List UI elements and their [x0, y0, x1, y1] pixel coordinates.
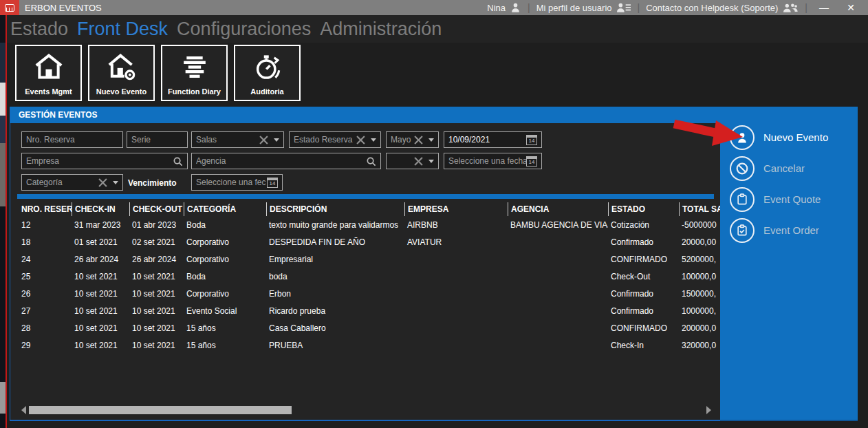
scroll-left-icon[interactable] [21, 406, 26, 414]
column-header[interactable]: AGENCIA [508, 202, 608, 216]
empty-dropdown[interactable] [386, 153, 439, 169]
table-cell: DESPEDIDA FIN DE AÑO [266, 234, 404, 251]
table-cell: 10 set 2021 [129, 286, 184, 303]
helpdesk-link[interactable]: Contacto con Helpdesk (Soporte) [646, 2, 799, 13]
calendar-icon[interactable]: 14 [526, 156, 537, 167]
clear-icon[interactable] [259, 136, 268, 145]
calendar-icon[interactable]: 14 [526, 135, 537, 145]
menu-configuraciones[interactable]: Configuraciones [177, 19, 311, 40]
clear-icon[interactable] [414, 136, 423, 145]
column-header[interactable]: CATEGORÍA [184, 202, 266, 216]
categoria-value: Categoría [26, 178, 96, 187]
search-icon[interactable] [366, 156, 376, 167]
table-cell [404, 303, 508, 320]
table-cell: AIRBNB [404, 217, 508, 234]
column-header[interactable]: DESCRIPCIÓN [266, 202, 404, 216]
table-cell: Ricardo prueba [266, 303, 404, 320]
table-cell: 28 [21, 320, 72, 337]
nuevo-evento-button[interactable]: Nuevo Evento [88, 45, 155, 101]
minimize-button[interactable]: — [814, 2, 834, 13]
table-cell: Casa Caballero [266, 320, 404, 337]
nro-reserva-input[interactable]: Nro. Reserva [21, 131, 123, 148]
helpdesk-people-icon [782, 2, 799, 13]
chevron-down-icon[interactable] [428, 138, 434, 142]
action-sidebar: Nuevo Evento Cancelar Event Quote Event … [720, 107, 858, 421]
categoria-dropdown[interactable]: Categoría [21, 174, 123, 191]
table-cell: 1000000, [679, 303, 720, 320]
chevron-down-icon[interactable] [428, 160, 434, 163]
calendar-icon[interactable]: 14 [267, 178, 278, 188]
sidebar-event-quote-button[interactable]: Event Quote [730, 186, 858, 212]
serie-input[interactable]: Serie [127, 131, 188, 148]
diary-lines-icon [181, 54, 208, 80]
salas-dropdown[interactable]: Salas [191, 131, 284, 148]
vencimiento-placeholder: Seleccione una fec [196, 178, 267, 187]
sidebar-action-label: Cancelar [763, 162, 805, 174]
scroll-right-icon[interactable] [706, 406, 711, 414]
auditoria-button[interactable]: Auditoria [234, 45, 301, 101]
events-mgmt-button[interactable]: Events Mgmt [15, 45, 82, 101]
table-cell: 10 set 2021 [72, 303, 129, 320]
clear-icon[interactable] [414, 157, 423, 166]
close-button[interactable]: ✕ [840, 2, 861, 13]
user-menu[interactable]: Nina [487, 2, 521, 13]
table-cell: 25 [21, 268, 72, 286]
chevron-down-icon[interactable] [113, 181, 118, 184]
stopwatch-icon [253, 53, 282, 81]
fecha-desde-datepicker[interactable]: 10/09/2021 14 [444, 131, 542, 148]
column-header[interactable]: CHECK-IN [72, 202, 129, 216]
table-cell: Erbon [266, 286, 404, 303]
horizontal-scrollbar[interactable] [21, 405, 709, 415]
panel-title: GESTIÓN EVENTOS [19, 110, 97, 120]
mes-dropdown[interactable]: Mayo [386, 131, 439, 148]
chevron-down-icon[interactable] [274, 138, 279, 142]
column-header[interactable]: EMPRESA [404, 202, 508, 216]
vencimiento-label: Vencimiento [128, 178, 177, 188]
fecha-hasta-placeholder: Seleccione una fecha [448, 156, 526, 166]
table-cell: AVIATUR [404, 234, 508, 251]
table-cell: PRUEBA [266, 337, 404, 354]
toolbar: Events Mgmt Nuevo Evento Function Diary … [7, 43, 868, 107]
table-cell: Evento Social [184, 303, 266, 320]
toolbar-label: Nuevo Evento [96, 87, 147, 96]
table-cell: 200000,0 [679, 320, 720, 337]
clear-icon[interactable] [356, 136, 365, 145]
menu-estado[interactable]: Estado [10, 19, 68, 40]
empresa-search-input[interactable]: Empresa [21, 153, 188, 169]
table-cell: 5200000, [679, 251, 720, 268]
column-header[interactable]: ESTADO [608, 202, 679, 216]
function-diary-button[interactable]: Function Diary [161, 45, 228, 101]
user-icon [510, 2, 521, 13]
clear-icon[interactable] [98, 178, 107, 187]
table-cell [404, 320, 508, 337]
column-header[interactable]: TOTAL SA [679, 202, 720, 216]
fecha-hasta-datepicker[interactable]: Seleccione una fecha 14 [444, 153, 542, 169]
estado-reserva-value: Estado Reserva [294, 135, 354, 145]
column-header[interactable]: CHECK-OUT [129, 202, 184, 216]
menubar: Estado Front Desk Configuraciones Admini… [7, 15, 868, 43]
table-cell: 15 años [184, 320, 266, 337]
sidebar-event-order-button[interactable]: Event Order [730, 217, 858, 243]
sidebar-nuevo-evento-button[interactable]: Nuevo Evento [730, 125, 858, 150]
search-icon[interactable] [173, 156, 183, 167]
vencimiento-datepicker[interactable]: Seleccione una fec 14 [191, 174, 283, 191]
agencia-search-input[interactable]: Agencia [191, 153, 381, 169]
scrollbar-thumb[interactable] [29, 406, 292, 414]
table-cell: 26 [21, 286, 72, 303]
cancel-icon [730, 156, 755, 181]
table-cell: 29 [21, 337, 72, 354]
table-body: 1231 mar 202301 abr 2023Bodatexto muito … [21, 217, 720, 354]
table-cell [508, 251, 608, 268]
menu-front-desk[interactable]: Front Desk [77, 19, 168, 40]
house-new-icon [107, 53, 137, 81]
column-header[interactable]: NRO. RESERVA [21, 202, 72, 216]
chevron-down-icon[interactable] [371, 138, 376, 142]
menu-administracion[interactable]: Administración [320, 19, 442, 40]
house-icon [34, 53, 64, 81]
estado-reserva-dropdown[interactable]: Estado Reserva [289, 131, 381, 148]
profile-link[interactable]: Mi perfil de usuario [536, 2, 631, 13]
table-cell [404, 337, 508, 354]
profile-label: Mi perfil de usuario [536, 3, 612, 13]
table-cell [508, 286, 608, 303]
sidebar-cancelar-button[interactable]: Cancelar [730, 156, 858, 181]
